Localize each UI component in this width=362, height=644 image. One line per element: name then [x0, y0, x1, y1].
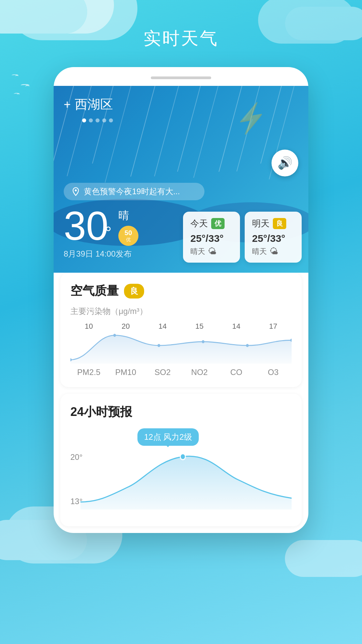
alert-text: 黄色预警今夜19时起有大... — [84, 186, 180, 197]
today-weather-icon: 🌤 — [208, 246, 217, 257]
pm25-value: 10 — [75, 322, 102, 331]
no2-label: NO2 — [186, 368, 213, 377]
dot-3 — [96, 118, 100, 122]
pm25-label: PM2.5 — [75, 368, 102, 377]
pollutants-label: 主要污染物（μg/m³） — [70, 306, 292, 317]
forecast-24h-svg — [80, 449, 292, 509]
chart-labels: PM2.5 PM10 SO2 NO2 CO O3 — [70, 368, 292, 377]
temperature-value: 30 — [64, 203, 108, 248]
svg-point-0 — [75, 190, 77, 192]
today-quality: 优 — [211, 218, 225, 229]
phone-notch — [151, 76, 211, 79]
aqi-text: 优 — [126, 237, 131, 243]
forecast-tooltip: 12点 风力2级 — [137, 428, 199, 446]
tomorrow-weather-text: 晴天 — [252, 247, 267, 257]
air-quality-section: 空气质量 良 主要污染物（μg/m³） 10 20 14 15 14 17 — [60, 273, 302, 387]
svg-point-5 — [246, 344, 249, 347]
chart-values: 10 20 14 15 14 17 — [70, 322, 292, 331]
forecast-tomorrow-card: 明天 良 25°/33° 晴天 🌤 — [245, 212, 302, 263]
tomorrow-temp: 25°/33° — [252, 233, 294, 244]
weather-header: ⚡ + 西湖区 黄色预警今夜19时起有大... 🔊 — [54, 86, 308, 273]
pm10-label: PM10 — [112, 368, 139, 377]
dot-1 — [82, 118, 86, 122]
forecast-cards: 今天 优 25°/33° 晴天 🌤 明天 良 25°/33° 晴天 🌤 — [183, 212, 302, 263]
degree-symbol: ° — [105, 223, 111, 241]
co-label: CO — [223, 368, 250, 377]
phone-frame: ⚡ + 西湖区 黄色预警今夜19时起有大... 🔊 — [54, 67, 308, 533]
air-quality-badge: 良 — [124, 284, 144, 299]
bg-cloud-bottom-right — [285, 540, 362, 577]
so2-value: 14 — [149, 322, 176, 331]
location-bar: + 西湖区 — [64, 96, 298, 113]
co-value: 14 — [223, 322, 250, 331]
today-temp: 25°/33° — [190, 233, 233, 244]
alert-bar[interactable]: 黄色预警今夜19时起有大... — [64, 183, 204, 200]
svg-point-3 — [158, 344, 160, 347]
forecast-24h-chart: 20° 13° — [70, 449, 292, 516]
o3-value: 17 — [260, 322, 287, 331]
no2-value: 15 — [186, 322, 213, 331]
pm10-value: 20 — [112, 322, 139, 331]
so2-label: SO2 — [149, 368, 176, 377]
speaker-button[interactable]: 🔊 — [272, 150, 298, 176]
location-name: 西湖区 — [75, 96, 113, 113]
bg-cloud-top-right — [285, 7, 362, 40]
add-location-button[interactable]: + — [64, 98, 71, 112]
today-label: 今天 — [190, 218, 208, 229]
svg-point-2 — [113, 334, 116, 337]
tomorrow-quality: 良 — [273, 218, 286, 229]
air-quality-title: 空气质量 — [70, 283, 119, 299]
bg-cloud-top-left — [0, 0, 87, 34]
forecast-24h-title: 24小时预报 — [70, 404, 292, 420]
location-dots — [82, 118, 298, 122]
weather-type: 晴 — [118, 208, 138, 223]
forecast-y-low: 13° — [70, 497, 82, 506]
forecast-y-high: 20° — [70, 452, 82, 462]
dot-4 — [102, 118, 106, 122]
forecast-24h-section: 24小时预报 12点 风力2级 20° 13° — [60, 394, 302, 526]
dot-5 — [109, 118, 113, 122]
aqi-badge: 50 优 — [118, 226, 138, 246]
o3-label: O3 — [260, 368, 287, 377]
svg-point-4 — [202, 340, 204, 343]
tomorrow-label: 明天 — [252, 218, 269, 229]
svg-point-7 — [180, 454, 185, 460]
forecast-today-card: 今天 优 25°/33° 晴天 🌤 — [183, 212, 240, 263]
air-quality-chart — [70, 333, 292, 364]
dot-2 — [89, 118, 93, 122]
today-weather-text: 晴天 — [190, 247, 205, 257]
tomorrow-weather-icon: 🌤 — [269, 246, 278, 257]
location-alert-icon — [71, 187, 80, 196]
speaker-icon: 🔊 — [278, 156, 293, 170]
aqi-value: 50 — [125, 229, 132, 237]
